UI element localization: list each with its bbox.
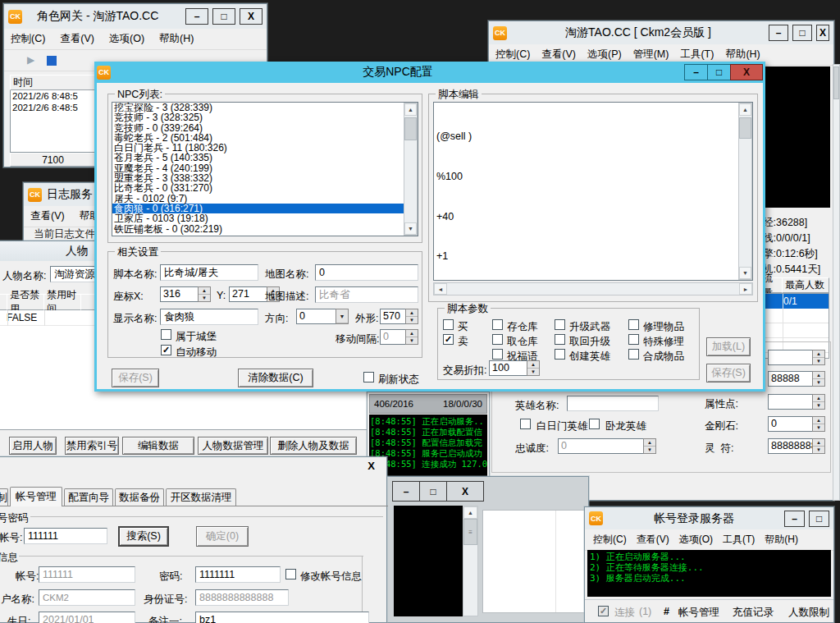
spinner-buttons[interactable]: ▲▼: [405, 309, 418, 324]
menu-options[interactable]: 选项(O): [109, 32, 144, 46]
spinner-buttons[interactable]: ▲▼: [812, 438, 825, 454]
spin-value[interactable]: [768, 350, 812, 365]
diamond-spinner[interactable]: 0▲▼: [768, 416, 825, 432]
id-number-input[interactable]: 8888888888888: [195, 589, 289, 606]
npc-list-item[interactable]: 苍月老兵 - 5 (140:335): [112, 153, 418, 163]
dialog-titlebar[interactable]: CK 交易NPC配置 – □ X: [94, 62, 765, 83]
map-desc-input[interactable]: 比奇省: [315, 286, 418, 303]
menu-options[interactable]: 选项(P): [587, 48, 622, 62]
npc-list-scrollbar[interactable]: ▲ ▼: [404, 103, 418, 236]
script-vscrollbar[interactable]: ▲ ▼: [738, 103, 752, 280]
close-button[interactable]: X: [240, 8, 262, 25]
main-titlebar[interactable]: CK 淘游TAO.CC [ Ckm2会员版 ] – □ X: [489, 21, 833, 44]
hero-name-input[interactable]: [567, 396, 659, 411]
table-row-selected[interactable]: 0/1: [760, 294, 829, 309]
spin-value[interactable]: 0: [558, 438, 643, 454]
spin-value[interactable]: 88888: [768, 371, 812, 387]
save-script-button[interactable]: 保存(S): [706, 364, 751, 383]
column-header-maxplayers[interactable]: 最高人数: [782, 277, 829, 293]
buy-checkbox[interactable]: [443, 319, 454, 330]
menu-view[interactable]: 查看(V): [541, 48, 576, 62]
script-editor[interactable]: (@sell ) %100 +40 +1 [@main] 您来这里卖肉吗？\ \…: [433, 102, 753, 281]
take-warehouse-checkbox[interactable]: [492, 334, 503, 345]
spinner-buttons[interactable]: ▲▼: [198, 286, 211, 302]
account-search-input[interactable]: 111111: [24, 528, 107, 544]
menu-control[interactable]: 控制(C): [495, 48, 530, 62]
display-name-input[interactable]: 食肉狼: [160, 309, 258, 325]
tab-account-manage[interactable]: 帐号管理: [10, 487, 62, 506]
scroll-up-icon[interactable]: ▲: [463, 506, 477, 519]
column-header-disabled[interactable]: 是否禁用: [7, 294, 44, 310]
maximize-button[interactable]: □: [809, 511, 829, 527]
hero-field-spinner[interactable]: ▲▼: [768, 350, 825, 365]
baiymen-hero-checkbox[interactable]: [520, 419, 531, 429]
spinner-buttons[interactable]: ▲▼: [643, 438, 656, 454]
spin-value[interactable]: 570: [380, 309, 405, 324]
scroll-thumb[interactable]: ≡: [463, 519, 477, 545]
blessing-checkbox[interactable]: [492, 349, 503, 360]
disable-index-button[interactable]: 禁用索引号: [65, 437, 119, 455]
trade-discount-spinner[interactable]: 100▲▼: [489, 360, 540, 376]
menu-view[interactable]: 查看(V): [60, 32, 94, 46]
small-console-scrollbar[interactable]: ▲ ≡: [463, 506, 478, 616]
main-window-scrollbar[interactable]: [833, 64, 840, 501]
edit-data-button[interactable]: 编辑数据: [122, 437, 194, 455]
small-console-list[interactable]: [482, 510, 587, 613]
coord-x-spinner[interactable]: 316▲▼: [160, 286, 211, 302]
close-button[interactable]: X: [446, 481, 484, 502]
castle-checkbox[interactable]: [161, 329, 171, 340]
spin-value[interactable]: 0: [768, 416, 812, 432]
script-hscrollbar[interactable]: ◄ ►: [433, 282, 753, 295]
menu-manage[interactable]: 管理(M): [633, 48, 669, 62]
dropdown-value[interactable]: 0: [296, 309, 336, 324]
spinner-buttons[interactable]: ▲▼: [812, 394, 825, 410]
save-button[interactable]: 保存(S): [112, 369, 159, 387]
search-button[interactable]: 搜索(S): [118, 526, 169, 547]
spin-value[interactable]: [768, 394, 812, 410]
scroll-right-icon[interactable]: ►: [739, 283, 752, 295]
npc-list-item[interactable]: 卫家店 - 0103 (19:18): [112, 213, 418, 223]
npc-list-item[interactable]: 竞技师 - 3 (328:325): [112, 112, 418, 122]
maximize-button[interactable]: □: [212, 8, 235, 25]
tab-config-wizard[interactable]: 配置向导: [64, 488, 113, 506]
upgrade-weapon-checkbox[interactable]: [555, 319, 565, 330]
spinner-buttons[interactable]: ▲▼: [812, 416, 825, 432]
script-name-input[interactable]: 比奇城/屠夫: [160, 264, 258, 281]
spinner-buttons[interactable]: ▲▼: [405, 329, 418, 345]
rune-spinner[interactable]: 88888888▲▼: [768, 438, 825, 454]
hero-field-spinner[interactable]: 88888▲▼: [768, 371, 825, 387]
login-titlebar[interactable]: CK 帐号登录服务器 – □: [585, 507, 833, 529]
maximize-button[interactable]: □: [707, 64, 731, 80]
npc-list-item[interactable]: 比奇老兵 - 0 (331:270): [112, 183, 418, 193]
npc-listbox[interactable]: 挖宝探险 - 3 (328:339) 竞技师 - 3 (328:325) 竞技师…: [112, 102, 418, 236]
scroll-down-icon[interactable]: ▼: [739, 267, 751, 279]
menu-help[interactable]: 帮助(H): [765, 533, 798, 547]
loyalty-spinner[interactable]: 0▲▼: [558, 438, 656, 454]
spin-value[interactable]: 88888888: [768, 438, 812, 454]
small-console-titlebar[interactable]: – □ X: [393, 481, 484, 502]
menu-view[interactable]: 查看(V): [637, 533, 669, 547]
minimize-button[interactable]: –: [769, 25, 788, 41]
menu-control[interactable]: 控制(C): [593, 533, 627, 547]
dropdown-button[interactable]: ▼: [336, 309, 349, 324]
tab-zone-clean[interactable]: 开区数据清理: [166, 488, 236, 506]
maximize-button[interactable]: □: [419, 481, 447, 502]
scroll-down-icon[interactable]: ▼: [404, 222, 417, 235]
scroll-up-icon[interactable]: ▲: [404, 103, 417, 116]
delete-character-button[interactable]: 删除人物及数据: [270, 437, 357, 455]
close-button[interactable]: X: [730, 64, 763, 80]
stop-icon[interactable]: [47, 56, 57, 66]
maximize-button[interactable]: □: [792, 25, 812, 41]
spinner-buttons[interactable]: ▲▼: [527, 360, 540, 376]
close-button[interactable]: X: [816, 25, 829, 41]
attr-points-spinner[interactable]: ▲▼: [768, 394, 825, 410]
menu-tools[interactable]: 工具(T): [723, 533, 755, 547]
info-account-input[interactable]: 111111: [39, 566, 135, 583]
shape-spinner[interactable]: 570▲▼: [380, 309, 418, 324]
retrieve-upgrade-checkbox[interactable]: [555, 334, 565, 345]
map-name-input[interactable]: 0: [315, 264, 418, 281]
menu-tools[interactable]: 工具(T): [680, 48, 714, 62]
spin-value[interactable]: 100: [489, 360, 527, 376]
menu-control[interactable]: 控制(C): [11, 32, 45, 46]
compose-item-checkbox[interactable]: [628, 349, 639, 360]
